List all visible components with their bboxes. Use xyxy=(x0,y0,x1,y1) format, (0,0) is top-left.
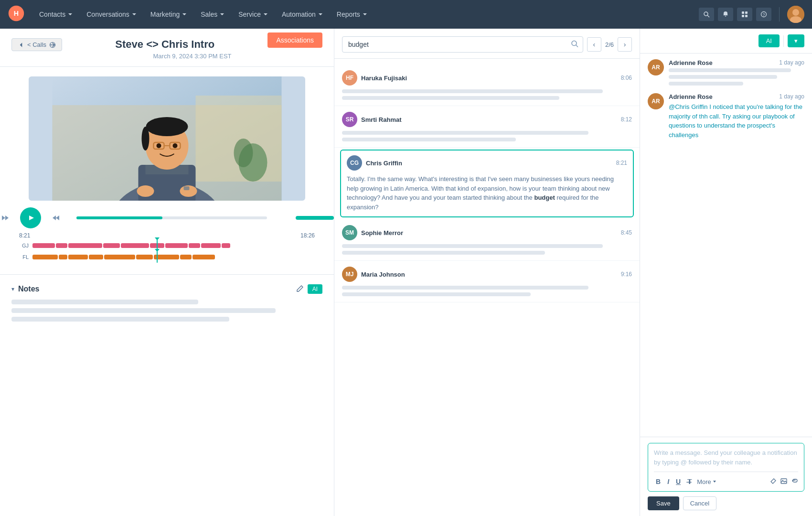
compose-actions: Save Cancel xyxy=(648,496,804,510)
svg-point-34 xyxy=(572,41,577,46)
speaker-name-haruka: Haruka Fujisaki xyxy=(361,75,617,82)
nav-item-service[interactable]: Service xyxy=(232,0,275,29)
notes-section: ▾ Notes AI xyxy=(0,277,334,516)
attach-file-button[interactable] xyxy=(791,477,798,486)
nav-icon-search[interactable] xyxy=(699,8,714,21)
speaker-name-maria: Maria Johnson xyxy=(361,271,617,278)
compose-placeholder: Write a message. Send your colleague a n… xyxy=(654,448,798,467)
comment-text-adrienne-2: @Chris Griffin I noticed that you're tal… xyxy=(669,102,804,140)
nav-item-automation[interactable]: Automation xyxy=(275,0,330,29)
svg-rect-4 xyxy=(742,11,744,14)
svg-rect-7 xyxy=(745,15,748,17)
user-avatar[interactable] xyxy=(787,6,804,23)
nav-item-reports[interactable]: Reports xyxy=(330,0,374,29)
notes-edit-button[interactable] xyxy=(296,284,304,294)
svg-rect-36 xyxy=(781,479,787,484)
nav-items: Contacts Conversations Marketing Sales S… xyxy=(32,0,699,29)
svg-line-3 xyxy=(707,15,709,17)
transcript-text-chris: Totally. I'm the same way. What's intere… xyxy=(347,174,627,212)
timeline-bar xyxy=(296,216,334,220)
comment-body-adrienne-2: Adrienne Rose 1 day ago @Chris Griffin I… xyxy=(669,93,804,140)
video-thumbnail xyxy=(29,76,305,201)
cancel-button[interactable]: Cancel xyxy=(683,496,716,510)
notes-lines xyxy=(11,300,322,322)
bold-button[interactable]: B xyxy=(654,477,662,486)
transcript-item-smrti[interactable]: SR Smrti Rahmat 8:12 xyxy=(334,106,640,148)
comment-avatar-adrienne-1: AR xyxy=(648,59,664,75)
timestamp-maria: 9:16 xyxy=(621,271,632,278)
nav-divider xyxy=(779,7,780,22)
nav-icon-bell[interactable] xyxy=(718,8,733,21)
comment-name-adrienne-2: Adrienne Rose xyxy=(669,93,713,100)
svg-point-11 xyxy=(792,9,799,16)
transcript-search-bar: ‹ 2/6 › xyxy=(334,29,640,59)
progress-bar[interactable] xyxy=(76,216,267,219)
comment-item-adrienne-2: AR Adrienne Rose 1 day ago @Chris Griffi… xyxy=(648,93,804,140)
nav-item-marketing[interactable]: Marketing xyxy=(144,0,194,29)
comment-time-adrienne-2: 1 day ago xyxy=(779,93,804,100)
italic-button[interactable]: I xyxy=(665,477,671,486)
waveform-row-gj: GJ xyxy=(19,242,315,249)
more-formatting-button[interactable]: More xyxy=(697,478,717,485)
left-panel: < Calls Associations Steve <> Chris Intr… xyxy=(0,29,334,516)
comment-name-adrienne-1: Adrienne Rose xyxy=(669,59,713,66)
svg-point-18 xyxy=(234,139,253,167)
underline-button[interactable]: U xyxy=(674,477,683,486)
ai-button[interactable]: AI xyxy=(759,34,780,47)
timestamp-sophie: 8:45 xyxy=(621,229,632,236)
search-nav-controls: ‹ 2/6 › xyxy=(587,37,632,52)
player-controls xyxy=(0,201,334,232)
avatar-haruka: HF xyxy=(342,70,357,86)
top-action-button[interactable]: ▾ xyxy=(788,34,804,47)
compose-area: Write a message. Send your colleague a n… xyxy=(640,437,812,516)
search-input-wrapper xyxy=(342,36,583,53)
nav-item-sales[interactable]: Sales xyxy=(194,0,232,29)
compose-toolbar: B I U T̶ More xyxy=(654,472,798,486)
transcript-item-haruka[interactable]: HF Haruka Fujisaki 8:06 xyxy=(334,64,640,106)
waveform-area: 8:21 18:26 GJ xyxy=(0,232,334,272)
transcript-item-maria[interactable]: MJ Maria Johnson 9:16 xyxy=(334,261,640,302)
comment-body-adrienne-1: Adrienne Rose 1 day ago xyxy=(669,59,804,86)
svg-text:H: H xyxy=(14,10,19,17)
attach-link-button[interactable] xyxy=(769,477,777,486)
transcript-lines-sophie xyxy=(342,244,632,255)
transcript-lines-smrti xyxy=(342,131,632,141)
svg-point-27 xyxy=(157,143,161,148)
nav-item-contacts[interactable]: Contacts xyxy=(32,0,80,29)
attach-image-button[interactable] xyxy=(780,477,788,486)
strikethrough-button[interactable]: T̶ xyxy=(685,477,694,486)
nav-item-conversations[interactable]: Conversations xyxy=(80,0,144,29)
calls-back-button[interactable]: < Calls xyxy=(11,38,62,51)
svg-point-29 xyxy=(146,117,188,136)
speaker-name-chris: Chris Griffin xyxy=(366,160,612,167)
mention-chris[interactable]: @Chris Griffin xyxy=(669,103,708,110)
hubspot-logo[interactable]: H xyxy=(8,5,27,24)
comment-avatar-adrienne-2: AR xyxy=(648,93,664,109)
transcript-list: HF Haruka Fujisaki 8:06 SR Smrti Rahmat … xyxy=(334,59,640,516)
prev-result-button[interactable]: ‹ xyxy=(587,37,601,52)
waveform-track-gj[interactable] xyxy=(32,242,315,249)
timestamp-chris: 8:21 xyxy=(616,160,627,166)
nav-icon-grid[interactable] xyxy=(737,8,752,21)
speaker-name-smrti: Smrti Rahmat xyxy=(361,116,617,123)
timestamp-haruka: 8:06 xyxy=(621,75,632,81)
next-result-button[interactable]: › xyxy=(618,37,632,52)
svg-point-31 xyxy=(137,185,154,197)
rewind-button[interactable] xyxy=(0,213,11,223)
nav-icon-question[interactable]: ? xyxy=(756,8,771,21)
save-button[interactable]: Save xyxy=(648,496,679,510)
waveform-header: 8:21 18:26 xyxy=(19,232,315,239)
waveform-row-fl: FL xyxy=(19,253,315,261)
transcript-item-chris[interactable]: CG Chris Griffin 8:21 Totally. I'm the s… xyxy=(340,150,634,217)
search-submit-button[interactable] xyxy=(571,40,578,49)
search-input[interactable] xyxy=(342,36,583,53)
compose-box[interactable]: Write a message. Send your colleague a n… xyxy=(648,443,804,492)
play-button[interactable] xyxy=(20,207,41,228)
waveform-track-fl[interactable] xyxy=(32,253,315,261)
search-count: 2/6 xyxy=(603,41,616,48)
notes-toggle[interactable]: ▾ xyxy=(11,286,14,292)
fast-forward-button[interactable] xyxy=(51,213,61,223)
associations-button[interactable]: Associations xyxy=(267,32,322,48)
comment-item-adrienne-1: AR Adrienne Rose 1 day ago xyxy=(648,59,804,86)
transcript-item-sophie[interactable]: SM Sophie Merror 8:45 xyxy=(334,219,640,261)
